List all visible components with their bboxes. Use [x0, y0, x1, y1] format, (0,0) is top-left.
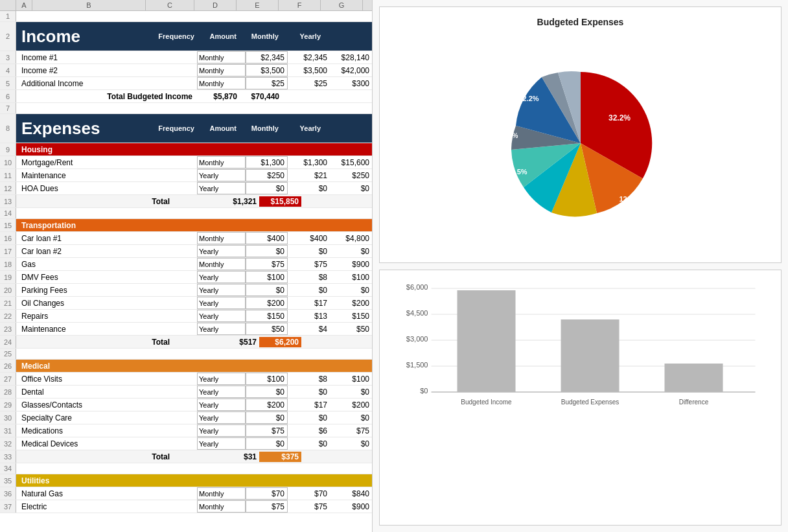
medical-row-3-amount[interactable]: $200 — [246, 399, 288, 411]
income-row-3-monthly: $25 — [288, 77, 330, 89]
medical-row-6-freq[interactable]: Yearly — [197, 437, 246, 450]
transport-row-7-amount[interactable]: $150 — [246, 310, 288, 322]
transport-row-6-amount[interactable]: $200 — [246, 297, 288, 309]
housing-row-1-yearly: $15,600 — [330, 156, 372, 168]
row-35-utilities: 35 Utilities — [0, 474, 372, 487]
expenses-title: Expenses — [16, 116, 146, 141]
income-col-amount: Amount — [194, 32, 237, 40]
transport-row-2-monthly: $0 — [288, 245, 330, 257]
transport-row-3-amount[interactable]: $75 — [246, 258, 288, 270]
income-row-1-freq[interactable]: Monthly — [197, 51, 246, 64]
medical-row-3-freq[interactable]: Yearly — [197, 399, 246, 411]
income-row-3-amount[interactable]: $25 — [246, 77, 288, 89]
housing-total-monthly: $1,321 — [217, 196, 259, 207]
transport-row-7-freq[interactable]: Yearly — [197, 310, 246, 322]
utilities-row-2-label: Electric — [16, 500, 197, 513]
income-row-2-freq[interactable]: Monthly — [197, 64, 246, 76]
income-row-3-freq[interactable]: Monthly — [197, 77, 246, 89]
col-header-c: C — [146, 0, 194, 10]
utilities-row-2-amount[interactable]: $75 — [246, 500, 288, 513]
row-16: 16 Car loan #1 Monthly $400 $400 $4,800 — [0, 232, 372, 245]
transport-row-1-amount[interactable]: $400 — [246, 232, 288, 244]
utilities-row-1-amount[interactable]: $70 — [246, 487, 288, 500]
medical-row-2-freq[interactable]: Yearly — [197, 386, 246, 398]
row-6-income-total: 6 Total Budgeted Income $5,870 $70,440 — [0, 90, 372, 103]
transport-row-6-yearly: $200 — [330, 297, 372, 309]
row-34: 34 — [0, 463, 372, 474]
row-5: 5 Additional Income Monthly $25 $25 $300 — [0, 77, 372, 90]
transport-row-8-freq[interactable]: Yearly — [197, 323, 246, 335]
medical-row-5-freq[interactable]: Yearly — [197, 424, 246, 437]
income-total-monthly: $5,870 — [198, 91, 240, 102]
transport-row-2-amount[interactable]: $0 — [246, 245, 288, 257]
income-row-2-amount[interactable]: $3,500 — [246, 64, 288, 76]
utilities-row-2-freq[interactable]: Monthly — [197, 500, 246, 513]
medical-row-6-monthly: $0 — [288, 437, 330, 450]
transport-row-1-freq[interactable]: Monthly — [197, 232, 246, 244]
income-row-1-amount[interactable]: $2,345 — [246, 51, 288, 64]
medical-row-1-monthly: $8 — [288, 373, 330, 385]
row-25: 25 — [0, 349, 372, 360]
housing-row-1-amount[interactable]: $1,300 — [246, 156, 288, 168]
transport-total-label: Total — [16, 338, 175, 347]
row-37: 37 Electric Monthly $75 $75 $900 — [0, 500, 372, 513]
income-row-3-yearly: $300 — [330, 77, 372, 89]
row-33-medical-total: 33 Total $31 $375 — [0, 450, 372, 463]
income-row-2-yearly: $42,000 — [330, 64, 372, 76]
expenses-col-yearly: Yearly — [279, 124, 321, 132]
svg-rect-19 — [665, 364, 723, 392]
transport-row-5-amount[interactable]: $0 — [246, 284, 288, 296]
svg-text:12.2%: 12.2% — [518, 95, 539, 102]
row-29: 29 Glasses/Contacts Yearly $200 $17 $200 — [0, 399, 372, 411]
income-row-3-label: Additional Income — [16, 77, 197, 89]
medical-row-5-amount[interactable]: $75 — [246, 424, 288, 437]
housing-row-2-yearly: $250 — [330, 169, 372, 181]
housing-row-1-freq[interactable]: Monthly — [197, 156, 246, 168]
expenses-col-freq: Frequency — [146, 124, 194, 132]
row-18: 18 Gas Monthly $75 $75 $900 — [0, 258, 372, 271]
svg-rect-17 — [458, 290, 516, 392]
medical-row-1-freq[interactable]: Yearly — [197, 373, 246, 385]
svg-text:Difference: Difference — [679, 399, 709, 406]
row-3: 3 Income #1 Monthly $2,345 $2,345 $28,14… — [0, 51, 372, 64]
housing-row-3-amount[interactable]: $0 — [246, 182, 288, 194]
transport-row-8-amount[interactable]: $50 — [246, 323, 288, 335]
housing-total-label: Total — [16, 197, 175, 206]
housing-row-2-freq[interactable]: Yearly — [197, 169, 246, 181]
transport-row-3-freq[interactable]: Monthly — [197, 258, 246, 270]
row-14: 14 — [0, 208, 372, 219]
transport-row-3-label: Gas — [16, 258, 197, 270]
transport-row-3-yearly: $900 — [330, 258, 372, 270]
transport-row-4-freq[interactable]: Yearly — [197, 271, 246, 283]
housing-row-2-amount[interactable]: $250 — [246, 169, 288, 181]
row-36: 36 Natural Gas Monthly $70 $70 $840 — [0, 487, 372, 500]
medical-row-6-amount[interactable]: $0 — [246, 437, 288, 450]
spreadsheet: A B C D E F G 1 2 Income Frequency Amoun… — [0, 0, 373, 532]
medical-total-yearly: $375 — [259, 452, 301, 462]
medical-row-4-amount[interactable]: $0 — [246, 411, 288, 424]
svg-text:$6,000: $6,000 — [406, 283, 428, 291]
housing-total-yearly: $15,850 — [259, 196, 301, 207]
transport-row-6-freq[interactable]: Yearly — [197, 297, 246, 309]
medical-category: Medical — [16, 360, 372, 372]
medical-row-2-amount[interactable]: $0 — [246, 386, 288, 398]
row-19: 19 DMV Fees Yearly $100 $8 $100 — [0, 271, 372, 284]
utilities-row-1-freq[interactable]: Monthly — [197, 487, 246, 500]
income-title: Income — [16, 24, 146, 49]
medical-row-1-amount[interactable]: $100 — [246, 373, 288, 385]
svg-text:12.6%: 12.6% — [619, 195, 639, 203]
transport-row-4-monthly: $8 — [288, 271, 330, 283]
svg-text:3.3%: 3.3% — [503, 132, 518, 139]
medical-row-4-freq[interactable]: Yearly — [197, 411, 246, 424]
utilities-row-1-yearly: $840 — [330, 487, 372, 500]
transport-row-4-amount[interactable]: $100 — [246, 271, 288, 283]
medical-row-5-label: Medications — [16, 424, 197, 437]
medical-total-monthly: $31 — [217, 452, 259, 462]
row-7: 7 — [0, 103, 372, 114]
utilities-category: Utilities — [16, 474, 372, 487]
row-27: 27 Office Visits Yearly $100 $8 $100 — [0, 373, 372, 386]
transport-row-5-freq[interactable]: Yearly — [197, 284, 246, 296]
transport-row-2-freq[interactable]: Yearly — [197, 245, 246, 257]
housing-row-3-freq[interactable]: Yearly — [197, 182, 246, 194]
income-row-2-label: Income #2 — [16, 64, 197, 76]
